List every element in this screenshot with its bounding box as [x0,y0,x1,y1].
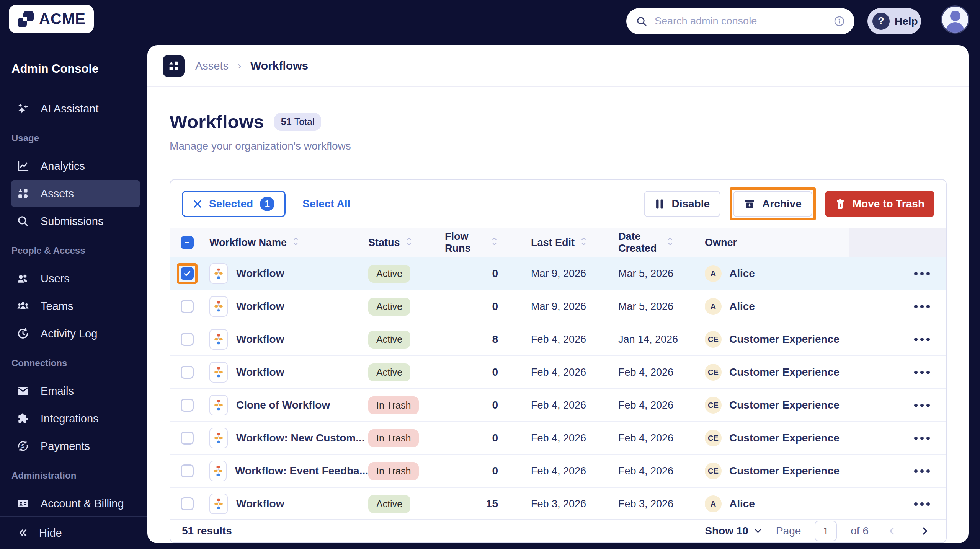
owner-name: Customer Experience [729,333,840,345]
row-actions-menu[interactable] [913,367,931,378]
row-actions-menu[interactable] [913,334,931,345]
flow-runs-value: 0 [445,267,500,280]
archive-button[interactable]: Archive [733,191,812,217]
column-header-flow-runs[interactable]: Flow Runs [445,231,500,254]
next-page-button[interactable] [915,524,934,538]
sidebar-item-ai-assistant[interactable]: AI Assistant [11,95,140,122]
acme-logo[interactable]: ACME [9,5,94,33]
sort-icon [405,236,413,250]
sidebar-item-label: Emails [41,385,74,397]
column-header-last-edit[interactable]: Last Edit [500,236,615,250]
activity-log-icon [16,327,30,340]
app-root: ACME ? Help [0,0,980,549]
workflow-name[interactable]: Workflow [236,498,284,510]
sidebar-item-assets[interactable]: Assets [11,180,140,207]
id-card-icon [16,497,30,510]
sort-icon [666,236,674,250]
flow-runs-value: 15 [445,498,500,510]
users-icon [16,272,30,285]
sidebar-item-payments[interactable]: $Payments [11,432,140,460]
row-checkbox[interactable] [181,267,194,280]
sidebar-item-submissions[interactable]: Submissions [11,207,140,235]
sidebar-item-label: AI Assistant [41,103,99,115]
date-created-value: Feb 4, 2026 [615,432,705,444]
table-row: Clone of WorkflowIn Trash0Feb 4, 2026Feb… [170,389,946,422]
sidebar-hide-button[interactable]: Hide [0,516,147,549]
row-actions-menu[interactable] [913,498,931,510]
brand-name: ACME [39,10,86,28]
flow-runs-value: 8 [445,333,500,345]
workflow-icon [209,428,228,448]
breadcrumb: Assets › Workflows [147,45,969,87]
table-row: WorkflowActive15Feb 3, 2026Feb 3, 2026AA… [170,488,946,519]
workflow-icon [209,296,228,317]
owner-avatar: A [705,265,722,282]
last-edit-value: Feb 3, 2026 [500,498,615,510]
column-header-workflow-name[interactable]: Workflow Name [209,236,368,250]
sidebar-item-label: Users [41,272,70,285]
workflow-name[interactable]: Workflow [236,300,284,313]
sidebar-item-label: Submissions [41,215,103,228]
sidebar-item-integrations[interactable]: Integrations [11,405,140,432]
status-badge: In Trash [368,396,419,414]
row-checkbox[interactable] [181,333,194,346]
archive-icon [744,198,755,210]
sidebar-item-label: Account & Billing [41,497,124,510]
workflow-name[interactable]: Workflow: Event Feedba... [235,465,368,477]
chevron-right-icon: › [238,60,241,72]
column-header-actions [849,228,946,257]
workflow-name[interactable]: Workflow [236,366,284,378]
row-checkbox[interactable] [181,300,194,313]
search-icon [16,214,30,228]
collapse-chevrons-icon [17,527,28,539]
workflow-name[interactable]: Clone of Workflow [236,399,330,411]
sidebar-item-account-billing[interactable]: Account & Billing [11,490,140,517]
clear-selection-button[interactable]: Selected 1 [182,191,286,217]
column-header-date-created[interactable]: Date Created [615,231,705,254]
row-checkbox[interactable] [181,497,194,510]
sidebar-item-activity-log[interactable]: Activity Log [11,320,140,347]
search-input[interactable] [654,15,833,28]
page-title: Workflows [170,111,264,132]
workflow-name[interactable]: Workflow: New Custom... [236,432,365,444]
sidebar-item-analytics[interactable]: Analytics [11,152,140,180]
email-icon [16,384,30,398]
user-avatar[interactable] [941,5,969,34]
row-actions-menu[interactable] [913,400,931,411]
select-all-checkbox[interactable] [181,236,194,249]
row-checkbox[interactable] [181,432,194,445]
row-actions-menu[interactable] [913,433,931,444]
sort-icon [580,236,587,250]
workflow-name[interactable]: Workflow [236,333,284,345]
help-button[interactable]: ? Help [867,8,921,34]
row-actions-menu[interactable] [913,466,931,477]
select-all-link[interactable]: Select All [302,198,350,210]
row-checkbox[interactable] [181,464,194,477]
admin-search [626,8,854,34]
row-actions-menu[interactable] [913,268,931,279]
column-header-owner: Owner [705,237,849,249]
workflow-name[interactable]: Workflow [236,267,284,280]
disable-button[interactable]: Disable [644,191,720,217]
column-header-status[interactable]: Status [368,236,445,250]
last-edit-value: Mar 9, 2026 [500,301,615,313]
info-icon[interactable] [833,15,845,27]
sidebar-item-users[interactable]: Users [11,265,140,292]
previous-page-button[interactable] [882,524,902,538]
breadcrumb-assets[interactable]: Assets [195,60,229,72]
sidebar-section-people-access: People & Access [11,245,147,256]
row-checkbox[interactable] [181,366,194,379]
sidebar-item-teams[interactable]: Teams [11,292,140,320]
move-to-trash-button[interactable]: Move to Trash [825,191,934,217]
sidebar-item-emails[interactable]: Emails [11,377,140,405]
puzzle-icon [16,412,30,425]
status-badge: Active [368,363,410,381]
sort-icon [491,236,498,250]
sidebar-section-administration: Administration [11,470,147,481]
row-actions-menu[interactable] [913,301,931,312]
avatar-person-icon [950,11,960,21]
page-number-input[interactable] [815,521,837,541]
row-checkbox[interactable] [181,399,194,412]
page-size-select[interactable]: Show 10 [705,525,762,537]
flow-runs-value: 0 [445,465,500,477]
